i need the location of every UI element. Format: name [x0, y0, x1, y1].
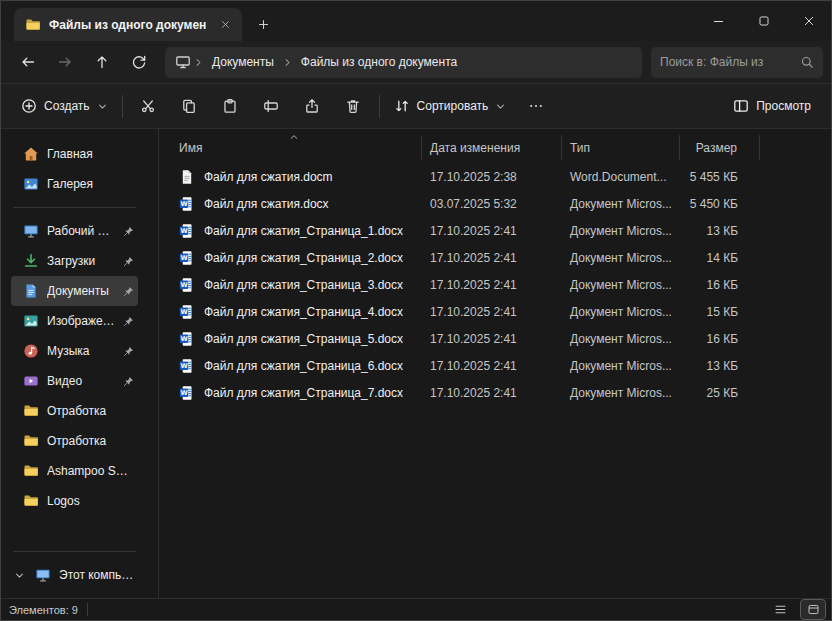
toolbar-separator — [379, 95, 380, 118]
create-button[interactable]: Создать — [12, 89, 117, 123]
explorer-body: Главная Галерея Рабочий стол Загрузки До… — [1, 129, 831, 598]
new-icon — [21, 98, 37, 114]
chevron-down-icon — [97, 101, 108, 112]
close-button[interactable] — [786, 1, 831, 41]
minimize-button[interactable] — [696, 1, 741, 41]
sidebar-item[interactable]: Отработка — [11, 396, 138, 426]
column-header-type[interactable]: Тип — [562, 135, 680, 160]
search-input[interactable] — [660, 55, 794, 69]
pin-icon — [123, 286, 134, 297]
folder-icon — [25, 17, 41, 33]
delete-button[interactable] — [333, 89, 374, 123]
breadcrumb-current-folder[interactable]: Файлы из одного документа — [295, 55, 463, 69]
details-view-button[interactable] — [768, 600, 792, 619]
file-name-cell: W Файл для сжатия_Страница_1.docx — [167, 223, 422, 239]
share-button[interactable] — [292, 89, 333, 123]
svg-text:W: W — [180, 254, 187, 262]
sidebar-item[interactable]: Изображения — [11, 306, 138, 336]
view-button[interactable]: Просмотр — [724, 89, 820, 123]
file-row[interactable]: W Файл для сжатия_Страница_6.docx 17.10.… — [167, 352, 831, 379]
file-row[interactable]: W Файл для сжатия.docx 03.07.2025 5:32 Д… — [167, 190, 831, 217]
tab-close-icon[interactable] — [214, 14, 236, 36]
file-type-cell: Документ Micros... — [562, 278, 680, 292]
file-date-cell: 17.10.2025 2:41 — [422, 305, 562, 319]
file-name-cell: W Файл для сжатия_Страница_7.docx — [167, 385, 422, 401]
sidebar-item[interactable]: Документы — [11, 276, 138, 306]
breadcrumb[interactable]: Документы Файлы из одного документа — [165, 47, 642, 78]
maximize-button[interactable] — [741, 1, 786, 41]
file-name-cell: W Файл для сжатия_Страница_4.docx — [167, 304, 422, 320]
file-row[interactable]: W Файл для сжатия_Страница_5.docx 17.10.… — [167, 325, 831, 352]
file-list-pane: Имя Дата изменения Тип Размер Файл для с… — [159, 129, 831, 598]
file-size-cell: 15 КБ — [680, 305, 760, 319]
file-row[interactable]: W Файл для сжатия_Страница_4.docx 17.10.… — [167, 298, 831, 325]
sidebar-quick-list: Рабочий стол Загрузки Документы Изображе… — [11, 216, 138, 516]
file-name: Файл для сжатия.docm — [204, 170, 333, 184]
sidebar-bottom: Этот компьютер — [11, 543, 138, 590]
view-label: Просмотр — [756, 99, 811, 113]
word-file-icon: W — [179, 331, 195, 347]
sidebar-item[interactable]: Загрузки — [11, 246, 138, 276]
file-row[interactable]: W Файл для сжатия_Страница_3.docx 17.10.… — [167, 271, 831, 298]
chevron-right-icon — [193, 57, 204, 68]
file-size-cell: 14 КБ — [680, 251, 760, 265]
cut-button[interactable] — [128, 89, 169, 123]
breadcrumb-documents[interactable]: Документы — [206, 55, 280, 69]
column-header-name[interactable]: Имя — [167, 135, 422, 160]
up-button[interactable] — [83, 46, 120, 79]
this-pc-icon[interactable] — [175, 54, 191, 70]
sidebar-item[interactable]: Главная — [11, 139, 138, 169]
explorer-tab[interactable]: Файлы из одного документа — [14, 8, 242, 41]
search-box[interactable] — [651, 47, 823, 78]
sort-label: Сортировать — [417, 99, 489, 113]
pin-icon — [123, 226, 134, 237]
new-tab-button[interactable] — [248, 9, 278, 39]
view-icon — [733, 98, 749, 114]
file-size-cell: 16 КБ — [680, 332, 760, 346]
sidebar-item-this-pc[interactable]: Этот компьютер — [11, 560, 138, 590]
refresh-button[interactable] — [120, 46, 157, 79]
rename-button[interactable] — [251, 89, 292, 123]
items-count: Элементов: 9 — [9, 604, 78, 616]
file-name-cell: W Файл для сжатия_Страница_5.docx — [167, 331, 422, 347]
word-file-icon: W — [179, 358, 195, 374]
this-pc-icon — [35, 567, 51, 583]
sidebar-item[interactable]: Logos — [11, 486, 138, 516]
column-header-size[interactable]: Размер — [680, 135, 760, 160]
copy-button[interactable] — [169, 89, 210, 123]
forward-button[interactable] — [46, 46, 83, 79]
sidebar-item[interactable]: Отработка — [11, 426, 138, 456]
chevron-down-icon — [495, 101, 506, 112]
pin-icon — [123, 376, 134, 387]
sidebar-item[interactable]: Галерея — [11, 169, 138, 199]
file-name: Файл для сжатия_Страница_4.docx — [204, 305, 403, 319]
navigation-bar: Документы Файлы из одного документа — [1, 41, 831, 83]
svg-text:W: W — [180, 335, 187, 343]
sidebar-item[interactable]: Видео — [11, 366, 138, 396]
file-size-cell: 25 КБ — [680, 386, 760, 400]
thumbnail-view-button[interactable] — [801, 600, 825, 619]
more-options-button[interactable] — [515, 89, 556, 123]
titlebar: Файлы из одного документа — [1, 1, 831, 41]
status-bar: Элементов: 9 — [1, 598, 831, 620]
file-row[interactable]: Файл для сжатия.docm 17.10.2025 2:38 Wor… — [167, 163, 831, 190]
docm-file-icon — [179, 169, 195, 185]
file-row[interactable]: W Файл для сжатия_Страница_2.docx 17.10.… — [167, 244, 831, 271]
paste-button[interactable] — [210, 89, 251, 123]
column-header-date[interactable]: Дата изменения — [422, 135, 562, 160]
pin-icon — [123, 316, 134, 327]
sidebar-item[interactable]: Рабочий стол — [11, 216, 138, 246]
file-name: Файл для сжатия.docx — [204, 197, 329, 211]
file-name-cell: W Файл для сжатия_Страница_6.docx — [167, 358, 422, 374]
file-row[interactable]: W Файл для сжатия_Страница_7.docx 17.10.… — [167, 379, 831, 406]
back-button[interactable] — [9, 46, 46, 79]
chevron-down-icon[interactable] — [11, 570, 27, 581]
sidebar-item[interactable]: Ashampoo Snap — [11, 456, 138, 486]
file-name-cell: W Файл для сжатия_Страница_3.docx — [167, 277, 422, 293]
file-name-cell: W Файл для сжатия.docx — [167, 196, 422, 212]
sidebar-item[interactable]: Музыка — [11, 336, 138, 366]
sort-button[interactable]: Сортировать — [385, 89, 516, 123]
file-type-cell: Документ Micros... — [562, 359, 680, 373]
file-date-cell: 17.10.2025 2:41 — [422, 278, 562, 292]
file-row[interactable]: W Файл для сжатия_Страница_1.docx 17.10.… — [167, 217, 831, 244]
